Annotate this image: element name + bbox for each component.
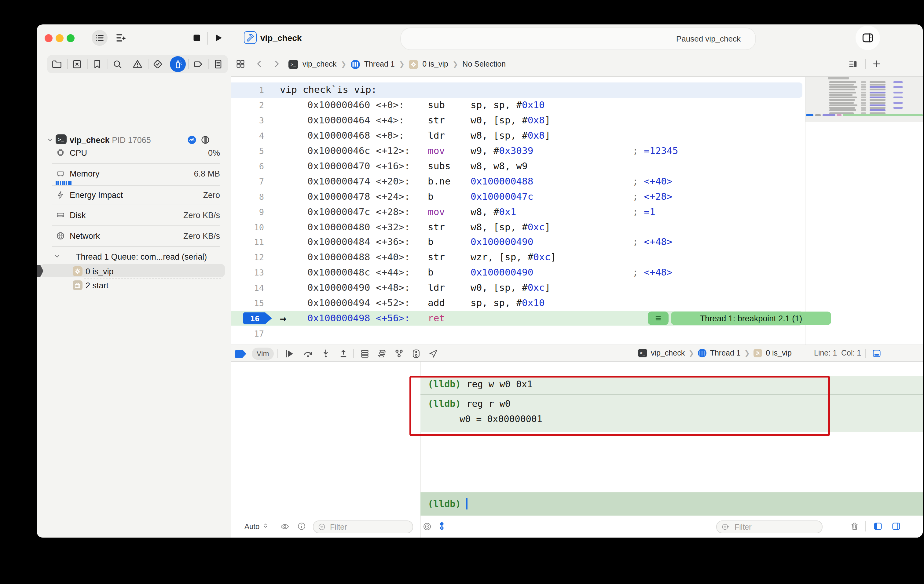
console-pane-toggle-icon[interactable]: [891, 521, 901, 531]
thread-row[interactable]: Thread 1 Queue: com...read (serial): [76, 252, 207, 262]
environment-overrides-icon[interactable]: [411, 348, 422, 359]
disassembly-line[interactable]: 90x10000047c <+28>:movw8, #0x1; =1: [231, 204, 802, 219]
breakpoint-annotation-pill[interactable]: Thread 1: breakpoint 2.1 (1): [671, 312, 831, 325]
disassembly-editor[interactable]: 1vip_check`is_vip:20x100000460 <+0>:subs…: [231, 76, 923, 345]
chevron-down-icon[interactable]: [54, 253, 61, 260]
stop-button[interactable]: [191, 32, 202, 43]
gauge-label-energy-impact[interactable]: Energy Impact: [70, 191, 123, 200]
variables-scope-selector[interactable]: Auto: [244, 522, 268, 531]
disassembly-line[interactable]: 150x100000494 <+52>:addsp, sp, #0x10: [231, 295, 802, 311]
disassembly-line[interactable]: 40x100000468 <+8>:ldrw8, [sp, #0x8]: [231, 128, 802, 143]
variables-filter-input[interactable]: [329, 522, 398, 532]
stack-frame-row[interactable]: 2 start: [86, 281, 109, 290]
debug-spray-icon[interactable]: [172, 59, 183, 70]
gauge-label-cpu[interactable]: CPU: [70, 148, 87, 158]
close-window-button[interactable]: [45, 34, 53, 42]
line-number: 11: [231, 235, 264, 250]
tag-icon[interactable]: [193, 59, 203, 70]
continue-button[interactable]: [284, 348, 295, 359]
disassembly-line[interactable]: 1vip_check`is_vip:: [231, 82, 802, 98]
minimap[interactable]: [805, 76, 923, 122]
chevron-down-icon[interactable]: [46, 136, 54, 143]
cpu-icon: [56, 148, 65, 158]
disassembly-line[interactable]: 30x100000464 <+4>:strw0, [sp, #0x8]: [231, 113, 802, 128]
console-entry[interactable]: (lldb) reg r w0w0 = 0x00000001: [421, 395, 923, 432]
forward-chevron-icon[interactable]: [272, 59, 281, 68]
disassembly-line[interactable]: 20x100000460 <+0>:subsp, sp, #0x10: [231, 98, 802, 113]
editor-grid-icon[interactable]: [235, 59, 246, 69]
stack-frame-row[interactable]: 0 is_vip: [86, 267, 114, 276]
step-over-button[interactable]: [302, 348, 314, 359]
disassembly-line[interactable]: 80x100000478 <+24>:b0x10000047c; <+28>: [231, 189, 802, 204]
warning-icon[interactable]: [132, 59, 143, 70]
disassembly-line[interactable]: 110x100000484 <+36>:b0x100000490; <+48>: [231, 235, 802, 250]
play-button[interactable]: [213, 32, 224, 43]
debug-area-toggle-icon[interactable]: [871, 348, 882, 359]
debug-view-hierarchy-icon[interactable]: [376, 348, 388, 359]
console-entry[interactable]: (lldb) reg w w0 0x1: [421, 376, 923, 394]
zoom-window-button[interactable]: [67, 34, 74, 42]
search-icon[interactable]: [112, 59, 123, 70]
crash-icon[interactable]: [71, 59, 82, 70]
navigator-strip-divider: [87, 59, 88, 69]
test-icon[interactable]: [152, 59, 163, 70]
sparkle-list-icon[interactable]: [115, 32, 127, 44]
minimap-row-bar: [861, 107, 866, 109]
breakpoint-menu-button[interactable]: [648, 312, 668, 325]
console-filter-input[interactable]: [733, 522, 803, 532]
breakpoints-enabled-toggle[interactable]: [235, 350, 246, 358]
gauge-label-memory[interactable]: Memory: [70, 169, 100, 178]
disassembly-line[interactable]: 17: [231, 326, 802, 341]
breakpoint-badge[interactable]: 16: [243, 313, 272, 324]
report-icon[interactable]: [213, 59, 224, 70]
breadcrumb-frame[interactable]: 0 is_vip: [422, 60, 448, 68]
minimap-options-icon[interactable]: [848, 59, 858, 69]
trash-icon[interactable]: [850, 521, 860, 531]
gauge-label-network[interactable]: Network: [70, 232, 100, 241]
rings-icon[interactable]: [200, 135, 210, 145]
breadcrumb-process[interactable]: vip_check: [302, 60, 337, 68]
target-eye-icon[interactable]: [422, 522, 432, 531]
folder-icon[interactable]: [51, 59, 62, 70]
add-editor-icon[interactable]: [871, 59, 882, 69]
comment-value: <+28>: [644, 191, 672, 202]
frame-divider-dashed: [84, 278, 221, 279]
info-icon[interactable]: [297, 522, 306, 531]
step-out-button[interactable]: [338, 348, 349, 359]
line-number: 8: [231, 189, 264, 204]
breadcrumb-selection[interactable]: No Selection: [462, 60, 506, 68]
disassembly-line[interactable]: 140x100000490 <+48>:ldrw0, [sp, #0xc]: [231, 280, 802, 295]
disassembly-line[interactable]: 100x100000480 <+32>:strw8, [sp, #0xc]: [231, 219, 802, 235]
disassembly-line[interactable]: 120x100000488 <+40>:strwzr, [sp, #0xc]: [231, 250, 802, 265]
breadcrumb-thread[interactable]: Thread 1: [364, 60, 395, 68]
memory-graph-icon[interactable]: [394, 348, 404, 359]
disassembly-line[interactable]: 16→0x100000498 <+56>:retThread 1: breakp…: [231, 311, 802, 326]
debug-breadcrumb-process[interactable]: vip_check: [651, 349, 685, 357]
gauge-info-icon[interactable]: [187, 135, 197, 145]
vim-mode-badge[interactable]: Vim: [252, 347, 274, 360]
step-into-button[interactable]: [320, 348, 331, 359]
view-hierarchy-icon[interactable]: [359, 348, 370, 359]
disassembly-line[interactable]: 130x10000048c <+44>:b0x100000490; <+48>: [231, 265, 802, 280]
disassembly-line[interactable]: 50x10000046c <+12>:movw9, #0x3039; =1234…: [231, 143, 802, 158]
right-sidebar-toggle-icon[interactable]: [861, 31, 874, 44]
debug-breadcrumb-thread[interactable]: Thread 1: [710, 349, 741, 357]
console-filter-field[interactable]: [716, 520, 823, 533]
minimize-window-button[interactable]: [56, 34, 64, 42]
console-mode-toggle-icon[interactable]: [437, 521, 447, 531]
simulate-location-icon[interactable]: [428, 348, 439, 359]
console-command-line: (lldb) reg r w0: [428, 398, 511, 409]
tab-vip-check[interactable]: vip_check: [260, 33, 302, 43]
quicklook-eye-icon[interactable]: [280, 522, 290, 531]
back-chevron-icon[interactable]: [255, 59, 264, 68]
debug-breadcrumb-frame[interactable]: 0 is_vip: [766, 349, 792, 357]
disassembly-line[interactable]: 60x100000470 <+16>:subsw8, w8, w9: [231, 158, 802, 174]
process-name[interactable]: vip_check PID 17065: [70, 136, 151, 145]
disk-icon: [56, 210, 65, 220]
variables-pane-toggle-icon[interactable]: [873, 521, 883, 531]
lldb-prompt-band[interactable]: (lldb): [421, 492, 923, 516]
gauge-label-disk[interactable]: Disk: [70, 211, 86, 220]
disassembly-line[interactable]: 70x100000474 <+20>:b.ne0x100000488; <+40…: [231, 174, 802, 189]
variables-filter-field[interactable]: [313, 520, 413, 533]
bookmark-icon[interactable]: [92, 59, 103, 70]
